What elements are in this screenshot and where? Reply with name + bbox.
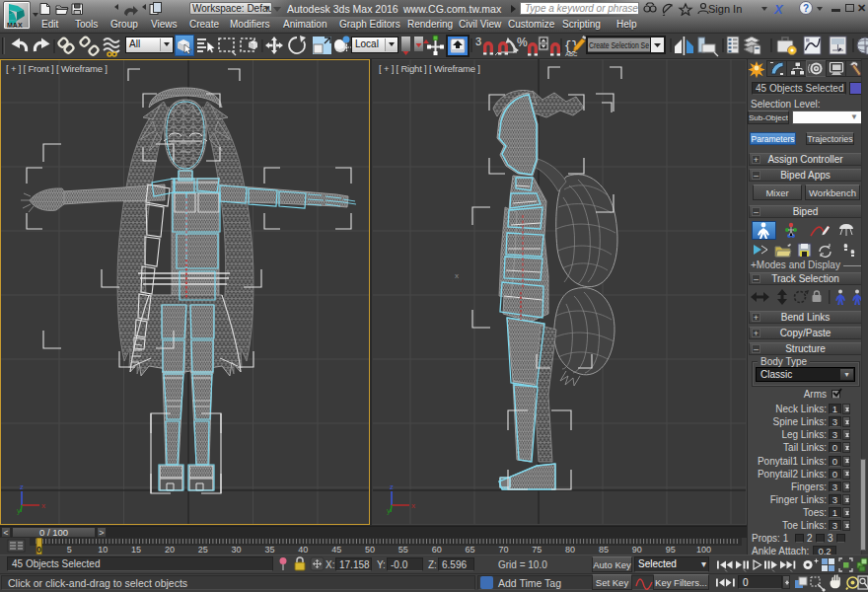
svg-text:%: % [517, 36, 528, 49]
svg-text:x: x [411, 501, 415, 510]
svg-text:45: 45 [331, 545, 341, 555]
svg-text:80: 80 [565, 545, 575, 555]
svg-text:60: 60 [432, 545, 442, 555]
svg-text:ABC: ABC [565, 51, 578, 57]
svg-text:y: y [387, 506, 391, 515]
svg-text:Create Selection Se: Create Selection Se [589, 40, 649, 50]
svg-text:50: 50 [365, 545, 375, 555]
svg-text:25: 25 [198, 545, 208, 555]
svg-text:100: 100 [696, 545, 711, 555]
svg-text:65: 65 [466, 545, 475, 555]
svg-text:15: 15 [131, 545, 141, 555]
svg-text:55: 55 [398, 545, 408, 555]
svg-text:10: 10 [98, 545, 108, 555]
svg-text:y: y [17, 506, 21, 515]
svg-text:5: 5 [67, 545, 72, 555]
svg-text:3: 3 [475, 36, 481, 47]
svg-text:40: 40 [298, 545, 308, 555]
svg-text:35: 35 [264, 545, 274, 555]
svg-text:0: 0 [36, 545, 41, 555]
svg-text:85: 85 [599, 545, 609, 555]
svg-text:75: 75 [532, 545, 542, 555]
svg-text:95: 95 [666, 545, 676, 555]
svg-text:x: x [41, 501, 45, 510]
svg-text:30: 30 [232, 545, 242, 555]
svg-text:x: x [455, 271, 459, 280]
svg-text:MAX: MAX [7, 22, 23, 29]
svg-text:90: 90 [632, 545, 642, 555]
svg-text:z: z [20, 482, 24, 491]
svg-text:70: 70 [498, 545, 508, 555]
svg-text:20: 20 [165, 545, 175, 555]
svg-text:z: z [390, 482, 394, 491]
